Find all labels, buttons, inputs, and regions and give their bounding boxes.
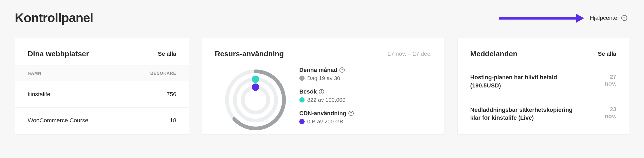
svg-point-3: [243, 87, 268, 113]
messages-card: Meddelanden Se alla Hosting-planen har b…: [457, 38, 629, 134]
dot-icon: [299, 76, 305, 81]
dot-icon: [299, 97, 305, 103]
legend-visits-value: 822 av 100,000: [307, 97, 345, 103]
legend-cdn: CDN-användning ? 0 B av 200 GB: [299, 110, 354, 125]
sites-card-title: Dina webbplatser: [28, 50, 89, 58]
sites-see-all-link[interactable]: Se alla: [158, 50, 176, 57]
help-icon: ?: [621, 15, 627, 21]
usage-date-range: 27 nov. – 27 dec.: [387, 50, 432, 57]
message-text: Nedladdningsbar säkerhetskopiering klar …: [470, 106, 581, 122]
usage-card: Resurs-användning 27 nov. – 27 dec.: [202, 38, 445, 134]
table-row[interactable]: kinstalife 756: [15, 81, 189, 108]
legend-visits: Besök ? 822 av 100,000: [299, 88, 354, 103]
message-item[interactable]: Nedladdningsbar säkerhetskopiering klar …: [458, 98, 629, 130]
svg-point-4: [252, 76, 259, 83]
site-visitors: 18: [170, 117, 176, 124]
message-text: Hosting-planen har blivit betald (190.5U…: [470, 73, 581, 90]
annotation-arrow: [499, 15, 584, 21]
messages-card-title: Meddelanden: [470, 50, 518, 58]
help-icon[interactable]: ?: [339, 67, 345, 73]
help-center-label: Hjälpcenter: [590, 15, 619, 21]
message-date: 23 nov.: [605, 106, 616, 120]
sites-card: Dina webbplatser Se alla Namn Besökare k…: [15, 38, 189, 134]
help-icon[interactable]: ?: [348, 111, 354, 116]
usage-legend: Denna månad ? Dag 19 av 30 Besök ?: [299, 66, 354, 125]
help-area: Hjälpcenter ?: [499, 15, 627, 21]
site-name: WooCommerce Course: [28, 117, 88, 124]
legend-cdn-value: 0 B av 200 GB: [307, 118, 343, 125]
site-name: kinstalife: [28, 91, 50, 98]
message-item[interactable]: Hosting-planen har blivit betald (190.5U…: [458, 66, 629, 98]
sites-col-visitors: Besökare: [150, 71, 176, 76]
sites-col-name: Namn: [28, 71, 41, 76]
page-title: Kontrollpanel: [15, 11, 93, 25]
help-icon[interactable]: ?: [319, 89, 324, 94]
table-row[interactable]: WooCommerce Course 18: [15, 108, 189, 133]
legend-month-value: Dag 19 av 30: [307, 75, 340, 81]
usage-card-title: Resurs-användning: [215, 50, 284, 58]
usage-donut-chart: [221, 66, 290, 134]
legend-cdn-label: CDN-användning: [299, 110, 346, 117]
legend-month: Denna månad ? Dag 19 av 30: [299, 67, 354, 81]
sites-table-header: Namn Besökare: [15, 66, 189, 81]
site-visitors: 756: [167, 91, 176, 98]
legend-visits-label: Besök: [299, 88, 317, 95]
help-center-link[interactable]: Hjälpcenter ?: [590, 15, 627, 21]
messages-see-all-link[interactable]: Se alla: [598, 50, 616, 57]
dot-icon: [299, 119, 305, 124]
legend-month-label: Denna månad: [299, 67, 337, 73]
svg-point-5: [252, 83, 259, 91]
message-date: 27 nov.: [605, 73, 616, 87]
